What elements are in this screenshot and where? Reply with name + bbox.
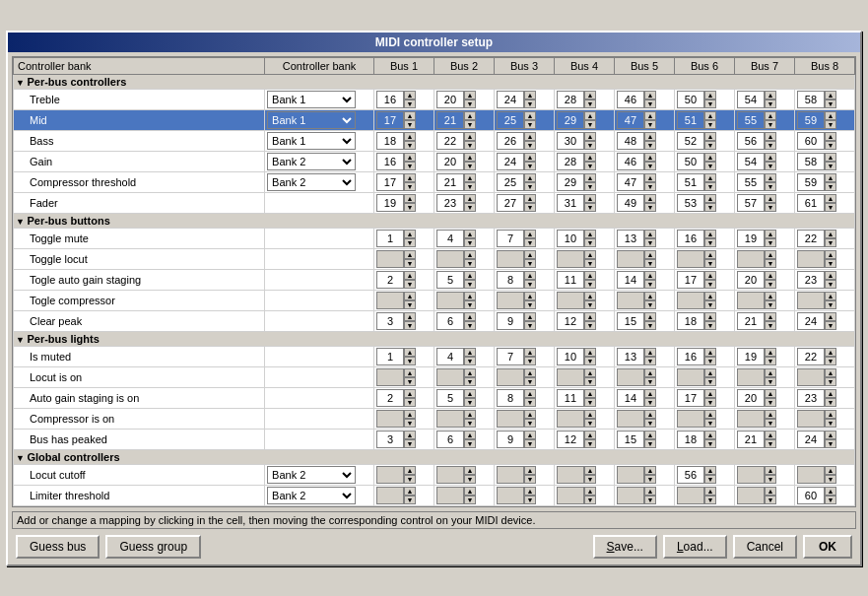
bus8-cell[interactable]: ▲▼: [794, 310, 854, 331]
spin-up-button[interactable]: ▲: [464, 91, 476, 99]
spin-down-button[interactable]: ▼: [584, 99, 596, 108]
spin-down-button[interactable]: ▼: [404, 259, 416, 268]
spin-down-button[interactable]: ▼: [704, 120, 716, 129]
spin-up-button[interactable]: ▲: [765, 111, 776, 120]
spinner-input[interactable]: [737, 389, 765, 407]
bus1-cell[interactable]: ▲▼: [373, 130, 434, 151]
spin-up-button[interactable]: ▲: [704, 487, 716, 496]
spin-up-button[interactable]: ▲: [404, 389, 416, 398]
spin-down-button[interactable]: ▼: [524, 496, 536, 504]
spinner-input[interactable]: [497, 230, 524, 247]
table-row[interactable]: Fader▲▼▲▼▲▼▲▼▲▼▲▼▲▼▲▼: [14, 192, 855, 213]
spin-down-button[interactable]: ▼: [644, 280, 656, 289]
bus7-cell[interactable]: ▲▼: [734, 408, 794, 429]
bus5-cell[interactable]: ▲▼: [614, 171, 674, 192]
load-button[interactable]: Load...: [663, 535, 727, 559]
spin-down-button[interactable]: ▼: [464, 496, 476, 504]
spin-down-button[interactable]: ▼: [644, 203, 656, 212]
spin-up-button[interactable]: ▲: [524, 348, 536, 357]
spinner-input[interactable]: [677, 271, 704, 289]
spinner-input[interactable]: [557, 292, 584, 309]
spinner-input[interactable]: [677, 111, 704, 129]
bus5-cell[interactable]: ▲▼: [614, 366, 674, 387]
spin-up-button[interactable]: ▲: [644, 173, 656, 182]
spin-down-button[interactable]: ▼: [704, 99, 716, 108]
spin-down-button[interactable]: ▼: [644, 419, 656, 428]
bus2-cell[interactable]: ▲▼: [434, 387, 494, 408]
spin-down-button[interactable]: ▼: [524, 475, 536, 484]
spin-up-button[interactable]: ▲: [584, 410, 596, 419]
spin-up-button[interactable]: ▲: [704, 292, 716, 300]
bus2-cell[interactable]: ▲▼: [434, 192, 494, 213]
spin-up-button[interactable]: ▲: [704, 250, 716, 259]
spin-down-button[interactable]: ▼: [584, 120, 596, 129]
spinner-input[interactable]: [617, 410, 644, 428]
spin-down-button[interactable]: ▼: [464, 99, 476, 108]
spin-down-button[interactable]: ▼: [825, 259, 836, 268]
spin-down-button[interactable]: ▼: [704, 357, 716, 365]
spin-up-button[interactable]: ▲: [644, 368, 656, 377]
bus8-cell[interactable]: ▲▼: [794, 485, 854, 505]
spinner-input[interactable]: [737, 466, 765, 484]
spin-up-button[interactable]: ▲: [404, 271, 416, 280]
bus7-cell[interactable]: ▲▼: [734, 290, 794, 310]
spin-up-button[interactable]: ▲: [644, 292, 656, 300]
spinner-input[interactable]: [436, 230, 464, 247]
spinner-input[interactable]: [797, 153, 825, 170]
spin-up-button[interactable]: ▲: [464, 368, 476, 377]
bus4-cell[interactable]: ▲▼: [554, 387, 614, 408]
spin-down-button[interactable]: ▼: [404, 398, 416, 407]
spinner-input[interactable]: [436, 250, 464, 268]
spinner-input[interactable]: [436, 487, 464, 504]
spinner-input[interactable]: [737, 430, 765, 448]
table-row[interactable]: Toggle mute▲▼▲▼▲▼▲▼▲▼▲▼▲▼▲▼: [14, 228, 855, 248]
bus7-cell[interactable]: ▲▼: [734, 346, 794, 366]
spinner-input[interactable]: [376, 368, 404, 386]
table-row[interactable]: Compressor thresholdBank 1Bank 2Bank 3▲▼…: [14, 171, 855, 192]
bus1-cell[interactable]: ▲▼: [373, 269, 434, 290]
spinner-input[interactable]: [797, 173, 825, 191]
spinner-input[interactable]: [797, 368, 825, 386]
bank-select[interactable]: Bank 1Bank 2Bank 3: [267, 111, 356, 129]
bus8-cell[interactable]: ▲▼: [794, 346, 854, 366]
spin-down-button[interactable]: ▼: [765, 120, 776, 129]
spin-down-button[interactable]: ▼: [644, 496, 656, 504]
spin-up-button[interactable]: ▲: [584, 368, 596, 377]
spin-up-button[interactable]: ▲: [524, 230, 536, 238]
spin-down-button[interactable]: ▼: [825, 398, 836, 407]
spinner-input[interactable]: [376, 466, 404, 484]
bus4-cell[interactable]: ▲▼: [554, 130, 614, 151]
spin-down-button[interactable]: ▼: [584, 280, 596, 289]
spinner-input[interactable]: [677, 466, 704, 484]
spin-down-button[interactable]: ▼: [584, 162, 596, 170]
spinner-input[interactable]: [797, 487, 825, 504]
spin-down-button[interactable]: ▼: [584, 141, 596, 150]
bank-cell[interactable]: Bank 1Bank 2Bank 3: [265, 130, 374, 151]
spin-down-button[interactable]: ▼: [704, 259, 716, 268]
spin-up-button[interactable]: ▲: [765, 153, 776, 162]
spin-up-button[interactable]: ▲: [765, 292, 776, 300]
spin-down-button[interactable]: ▼: [464, 475, 476, 484]
spinner-input[interactable]: [557, 111, 584, 129]
spin-down-button[interactable]: ▼: [404, 141, 416, 150]
spinner-input[interactable]: [497, 466, 524, 484]
spin-down-button[interactable]: ▼: [825, 475, 836, 484]
spinner-input[interactable]: [617, 271, 644, 289]
spin-up-button[interactable]: ▲: [524, 487, 536, 496]
spin-down-button[interactable]: ▼: [404, 439, 416, 448]
spin-up-button[interactable]: ▲: [464, 230, 476, 238]
spin-up-button[interactable]: ▲: [704, 430, 716, 439]
spin-up-button[interactable]: ▲: [765, 91, 776, 99]
bus2-cell[interactable]: ▲▼: [434, 130, 494, 151]
spin-up-button[interactable]: ▲: [524, 389, 536, 398]
spin-up-button[interactable]: ▲: [704, 111, 716, 120]
spinner-input[interactable]: [376, 271, 404, 289]
bus2-cell[interactable]: ▲▼: [434, 408, 494, 429]
spinner-input[interactable]: [497, 368, 524, 386]
spin-down-button[interactable]: ▼: [464, 377, 476, 386]
spin-up-button[interactable]: ▲: [765, 389, 776, 398]
spinner-input[interactable]: [677, 132, 704, 150]
spin-down-button[interactable]: ▼: [644, 162, 656, 170]
bus4-cell[interactable]: ▲▼: [554, 248, 614, 269]
bus1-cell[interactable]: ▲▼: [373, 109, 434, 130]
